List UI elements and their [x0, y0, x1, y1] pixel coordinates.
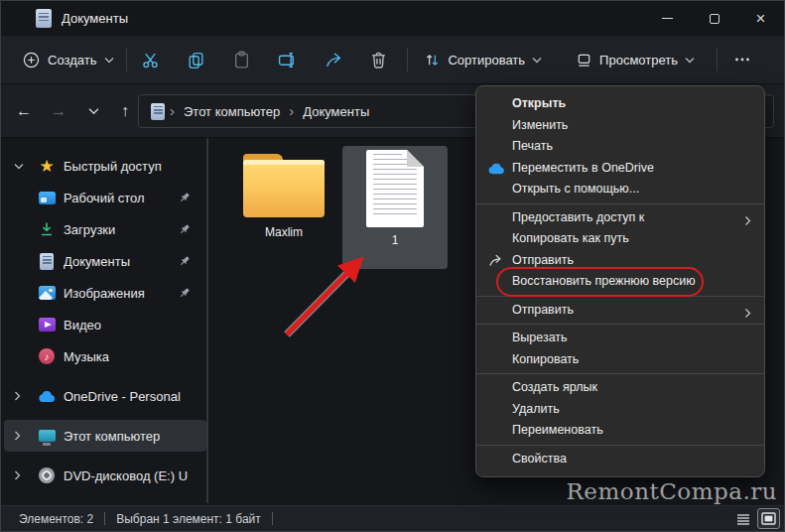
- chevron-right-icon: [14, 391, 21, 401]
- view-button[interactable]: Просмотреть: [566, 42, 705, 77]
- downloads-icon: [39, 221, 55, 237]
- documents-icon: [40, 253, 54, 270]
- details-view-button[interactable]: [731, 508, 754, 529]
- minimize-button[interactable]: [644, 1, 691, 36]
- sort-button[interactable]: Сортировать: [414, 42, 552, 77]
- up-icon: ↑: [121, 102, 129, 120]
- large-icons-view-button[interactable]: [757, 508, 780, 529]
- up-button[interactable]: ↑: [112, 98, 138, 124]
- sidebar-item-this-pc[interactable]: Этот компьютер: [4, 420, 206, 452]
- music-note-icon: ♪: [45, 351, 50, 362]
- sidebar-item-quick-access[interactable]: ★ Быстрый доступ: [4, 150, 206, 182]
- rename-icon: [278, 51, 297, 69]
- chevron-right-icon: [744, 308, 751, 319]
- toolbar-divider: [717, 48, 718, 71]
- sidebar-item-pictures[interactable]: Изображения: [4, 277, 206, 309]
- menu-item-edit[interactable]: Изменить: [476, 115, 764, 137]
- ellipsis-icon: [733, 51, 751, 68]
- file-name: Maxlim: [265, 225, 303, 239]
- pictures-icon: [39, 286, 56, 300]
- location-icon: [151, 103, 165, 120]
- pane-scrollbar[interactable]: [206, 138, 208, 503]
- menu-item-print[interactable]: Печать: [476, 136, 764, 158]
- new-button[interactable]: Создать: [1, 42, 126, 77]
- back-button[interactable]: ←: [11, 98, 37, 124]
- music-icon: ♪: [39, 348, 55, 364]
- chevron-down-icon: [88, 107, 99, 115]
- explorer-window: Документы × Создать: [0, 0, 785, 532]
- recent-locations-button[interactable]: [80, 98, 106, 124]
- menu-item-open[interactable]: Открыть: [476, 93, 764, 115]
- folder-icon: [241, 152, 327, 219]
- chevron-right-icon: [14, 470, 21, 480]
- more-options-button[interactable]: [720, 42, 765, 77]
- menu-separator: [476, 373, 764, 374]
- trash-icon: [369, 51, 388, 69]
- sidebar-item-videos[interactable]: Видео: [4, 309, 206, 340]
- toolbar-divider: [407, 48, 408, 71]
- menu-item-copy-as-path[interactable]: Копировать как путь: [476, 228, 764, 250]
- view-button-label: Просмотреть: [599, 53, 678, 67]
- maximize-button[interactable]: [691, 1, 737, 36]
- menu-item-share[interactable]: Отправить: [476, 250, 764, 272]
- command-bar: Создать Сорт: [1, 36, 784, 84]
- this-pc-icon: [39, 430, 56, 442]
- breadcrumb-this-pc[interactable]: Этот компьютер: [180, 104, 284, 119]
- menu-item-rename[interactable]: Переименовать: [476, 420, 764, 442]
- menu-item-properties[interactable]: Свойства: [476, 449, 764, 470]
- menu-item-send-to[interactable]: Отправить: [476, 300, 764, 322]
- cut-icon: [141, 51, 160, 69]
- details-view-icon: [736, 513, 750, 525]
- sidebar-item-dvd-drive[interactable]: DVD-дисковод (E:) USB_STR: [4, 460, 206, 491]
- delete-button[interactable]: [355, 42, 401, 77]
- desktop-icon: [39, 192, 56, 204]
- sidebar-item-onedrive[interactable]: OneDrive - Personal: [4, 380, 206, 412]
- breadcrumb-documents[interactable]: Документы: [299, 104, 373, 119]
- sidebar-item-desktop[interactable]: Рабочий стол: [4, 182, 206, 213]
- status-bar: Элементов: 2 Выбран 1 элемент: 1 байт: [1, 505, 784, 531]
- view-icon: [576, 52, 592, 68]
- sort-icon: [424, 52, 441, 68]
- share-button[interactable]: [310, 42, 355, 77]
- pin-icon: [179, 287, 191, 299]
- forward-button[interactable]: →: [46, 98, 71, 124]
- cut-button[interactable]: [127, 42, 173, 77]
- copy-button[interactable]: [173, 42, 218, 77]
- chevron-down-icon: [685, 57, 695, 64]
- sidebar-item-documents[interactable]: Документы: [4, 245, 206, 277]
- sidebar-item-music[interactable]: ♪ Музыка: [4, 340, 206, 372]
- share-icon: [324, 51, 342, 69]
- chevron-down-icon: [104, 57, 114, 64]
- sidebar-item-downloads[interactable]: Загрузки: [4, 213, 206, 245]
- menu-item-cut[interactable]: Вырезать: [476, 328, 764, 349]
- star-icon: ★: [39, 158, 54, 175]
- onedrive-cloud-icon: [487, 163, 505, 175]
- pin-icon: [179, 255, 191, 267]
- chevron-down-icon: [532, 57, 542, 64]
- back-icon: ←: [16, 102, 32, 120]
- video-icon: [39, 318, 56, 332]
- copy-icon: [187, 51, 205, 69]
- selection-info: Выбран 1 элемент: 1 байт: [116, 512, 261, 526]
- menu-item-open-with[interactable]: Открыть с помощью...: [476, 179, 764, 200]
- menu-separator: [476, 445, 764, 446]
- navigation-pane: ★ Быстрый доступ Рабочий стол Загрузки Д…: [1, 138, 209, 505]
- menu-item-move-to-onedrive[interactable]: Переместить в OneDrive: [476, 158, 764, 180]
- menu-item-create-shortcut[interactable]: Создать ярлык: [476, 377, 764, 399]
- menu-item-give-access-to[interactable]: Предоставить доступ к: [476, 207, 764, 229]
- rename-button[interactable]: [264, 42, 310, 77]
- chevron-right-icon: [744, 215, 751, 226]
- context-menu: Открыть Изменить Печать Переместить в On…: [475, 85, 765, 477]
- close-button[interactable]: ×: [737, 1, 784, 36]
- pin-icon: [179, 223, 191, 235]
- menu-item-delete[interactable]: Удалить: [476, 399, 764, 421]
- paste-button[interactable]: [218, 42, 264, 77]
- menu-separator: [476, 203, 764, 204]
- chevron-right-icon: [14, 431, 21, 441]
- menu-item-copy[interactable]: Копировать: [476, 349, 764, 371]
- menu-item-restore-previous-version[interactable]: Восстановить прежнюю версию: [476, 271, 764, 293]
- file-tile-1[interactable]: 1: [342, 146, 448, 269]
- menu-separator: [476, 324, 764, 325]
- items-count: Элементов: 2: [19, 512, 93, 526]
- file-tile-maxlim[interactable]: Maxlim: [231, 144, 336, 267]
